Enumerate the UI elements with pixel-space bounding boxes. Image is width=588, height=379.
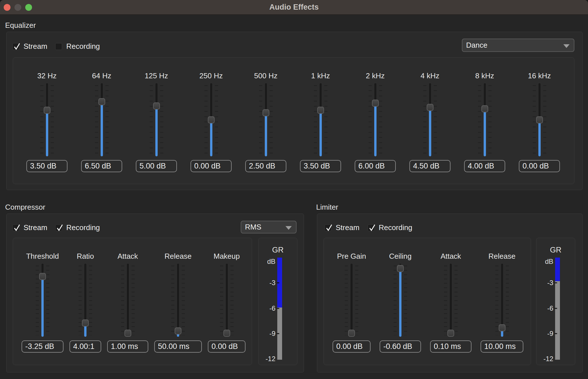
release-value-field[interactable]: 10.00 ms	[481, 340, 523, 353]
slider-handle[interactable]	[348, 330, 355, 337]
ceiling-value-field[interactable]: -0.60 dB	[380, 340, 421, 353]
slider-handle[interactable]	[317, 107, 324, 114]
slider-handle[interactable]	[82, 319, 89, 327]
16-khz-value-field[interactable]: 0.00 dB	[519, 160, 560, 172]
slider-track[interactable]	[350, 264, 353, 337]
compressor-detection-select[interactable]: RMS	[241, 221, 297, 233]
8-khz-slider[interactable]	[478, 83, 492, 156]
slider-fill	[155, 106, 158, 156]
eq-stream-checkbox[interactable]: Stream	[12, 42, 47, 51]
attack-slider[interactable]	[444, 264, 458, 337]
checkbox-box[interactable]	[12, 224, 19, 231]
125-hz-slider[interactable]	[150, 83, 163, 156]
500-hz-value-field[interactable]: 2.50 dB	[245, 160, 286, 172]
meter-active-segment	[555, 258, 560, 281]
titlebar[interactable]: Audio Effects	[0, 0, 588, 15]
slider-handle[interactable]	[98, 98, 105, 105]
meter-tick-dash	[555, 283, 557, 283]
zoom-button[interactable]	[25, 4, 32, 11]
4-khz-slider[interactable]	[423, 83, 437, 156]
slider-fill	[484, 109, 486, 156]
slider-handle[interactable]	[153, 102, 160, 110]
slider-label: Release	[488, 252, 515, 260]
32-hz-slider[interactable]	[40, 83, 54, 156]
tick-marks	[150, 85, 153, 155]
slider-handle[interactable]	[536, 116, 543, 123]
equalizer-column-16-khz: 16 kHz0.00 dB	[512, 72, 567, 172]
checkbox-box[interactable]	[368, 224, 375, 231]
ratio-slider[interactable]	[79, 264, 92, 337]
checkbox-box[interactable]	[325, 224, 331, 231]
slider-handle[interactable]	[39, 273, 46, 280]
slider-track[interactable]	[450, 264, 452, 337]
minimize-button[interactable]	[14, 4, 21, 11]
250-hz-slider[interactable]	[204, 83, 218, 156]
threshold-slider[interactable]	[36, 264, 49, 337]
eq-preset-select[interactable]: Dance	[462, 39, 574, 52]
slider-handle[interactable]	[263, 109, 269, 116]
slider-handle[interactable]	[208, 116, 215, 123]
8-khz-value-field[interactable]: 4.00 dB	[464, 160, 505, 172]
pre-gain-slider[interactable]	[345, 264, 358, 337]
slider-handle[interactable]	[372, 100, 379, 107]
tick-marks	[543, 85, 546, 155]
close-button[interactable]	[4, 4, 10, 11]
compressor-column-makeup: Makeup0.00 dB	[208, 252, 246, 353]
limiter-column-ceiling: Ceiling-0.60 dB	[380, 252, 421, 353]
slider-handle[interactable]	[397, 265, 404, 272]
4-khz-value-field[interactable]: 4.50 dB	[409, 160, 450, 172]
slider-handle[interactable]	[44, 107, 50, 114]
slider-handle[interactable]	[223, 330, 230, 337]
release-slider[interactable]	[171, 264, 185, 337]
makeup-slider[interactable]	[220, 264, 234, 337]
2-khz-slider[interactable]	[369, 83, 382, 156]
threshold-value-field[interactable]: -3.25 dB	[22, 340, 64, 353]
2-khz-value-field[interactable]: 6.00 dB	[355, 160, 396, 172]
attack-value-field[interactable]: 1.00 ms	[107, 340, 148, 353]
tick-marks	[259, 85, 262, 155]
eq-recording-checkbox[interactable]: Recording	[55, 42, 100, 51]
64-hz-slider[interactable]	[95, 83, 109, 156]
slider-handle[interactable]	[175, 327, 181, 334]
slider-label: Release	[164, 252, 191, 260]
meter-tick-dash	[277, 333, 279, 334]
tick-marks	[89, 266, 92, 335]
comp-stream-checkbox[interactable]: Stream	[12, 223, 47, 232]
32-hz-value-field[interactable]: 3.50 dB	[26, 160, 67, 172]
chevron-down-icon	[285, 226, 292, 230]
slider-fill	[429, 107, 431, 156]
release-value-field[interactable]: 50.00 ms	[154, 340, 202, 353]
checkbox-box[interactable]	[55, 224, 62, 231]
125-hz-value-field[interactable]: 5.00 dB	[136, 160, 177, 172]
slider-handle[interactable]	[481, 105, 488, 112]
ceiling-slider[interactable]	[394, 264, 407, 337]
limiter-recording-checkbox[interactable]: Recording	[368, 223, 413, 232]
limiter-stream-checkbox[interactable]: Stream	[325, 223, 359, 232]
pre-gain-value-field[interactable]: 0.00 dB	[333, 340, 371, 353]
tick-marks	[105, 85, 109, 155]
16-khz-slider[interactable]	[533, 83, 546, 156]
slider-handle[interactable]	[427, 104, 433, 111]
64-hz-value-field[interactable]: 6.50 dB	[81, 160, 122, 172]
500-hz-slider[interactable]	[259, 83, 273, 156]
comp-recording-checkbox[interactable]: Recording	[55, 223, 100, 232]
slider-track[interactable]	[177, 264, 179, 337]
attack-slider[interactable]	[121, 264, 135, 337]
slider-handle[interactable]	[124, 330, 131, 337]
slider-handle[interactable]	[447, 330, 454, 337]
release-slider[interactable]	[495, 264, 509, 337]
attack-value-field[interactable]: 0.10 ms	[430, 340, 471, 353]
equalizer-groupbox: Stream Recording Dance 32 Hz3.50 dB64 Hz…	[6, 32, 583, 190]
250-hz-value-field[interactable]: 0.00 dB	[191, 160, 232, 172]
slider-handle[interactable]	[499, 324, 505, 331]
1-khz-value-field[interactable]: 3.50 dB	[300, 160, 341, 172]
checkbox-box[interactable]	[12, 43, 19, 50]
makeup-value-field[interactable]: 0.00 dB	[208, 340, 246, 353]
1-khz-slider[interactable]	[314, 83, 327, 156]
tick-marks	[160, 85, 163, 155]
slider-track[interactable]	[226, 264, 228, 337]
ratio-value-field[interactable]: 4.00:1	[69, 340, 101, 353]
checkbox-label: Stream	[24, 223, 47, 232]
checkbox-box[interactable]	[55, 43, 62, 50]
slider-track[interactable]	[127, 264, 129, 337]
